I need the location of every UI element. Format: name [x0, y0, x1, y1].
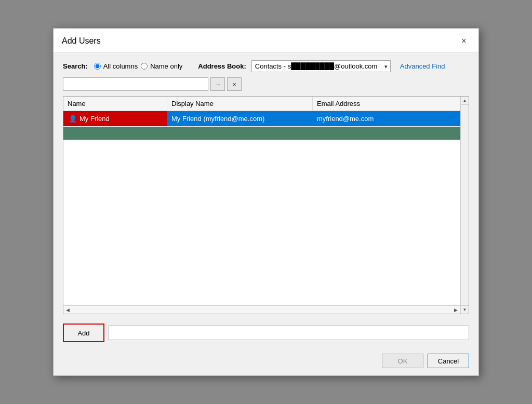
table-main: Name Display Name Email Address 👤 My Fri…	[63, 97, 460, 314]
row-display-cell: My Friend (myfriend@me.com)	[167, 112, 313, 125]
search-label: Search:	[63, 62, 88, 70]
col-header-display: Display Name	[167, 97, 313, 111]
advanced-find-link[interactable]: Advanced Find	[400, 62, 445, 70]
search-clear-icon: ×	[232, 80, 236, 88]
table-header: Name Display Name Email Address	[63, 97, 460, 111]
row-name-cell: 👤 My Friend	[63, 111, 167, 126]
search-row: Search: All columns Name only Address Bo…	[63, 60, 469, 72]
row-display-obscured	[167, 131, 313, 136]
add-button[interactable]: Add	[63, 324, 104, 342]
bottom-row: Add	[63, 319, 469, 344]
dialog-footer: OK Cancel	[54, 349, 478, 375]
dialog-title: Add Users	[62, 36, 101, 46]
row-email-cell: myfriend@me.com	[313, 112, 460, 125]
table-row-obscured[interactable]	[63, 127, 460, 140]
search-clear-button[interactable]: ×	[227, 77, 242, 91]
col-header-name: Name	[63, 97, 167, 111]
add-users-input[interactable]	[109, 326, 469, 340]
radio-name-only[interactable]: Name only	[141, 62, 182, 70]
search-input[interactable]	[63, 77, 208, 91]
col-header-email: Email Address	[313, 97, 460, 111]
radio-name-only-label: Name only	[150, 62, 182, 70]
table-body: 👤 My Friend My Friend (myfriend@me.com) …	[63, 111, 460, 305]
address-book-select-wrapper: Contacts - s█████████@outlook.com	[251, 60, 391, 72]
table-row[interactable]: 👤 My Friend My Friend (myfriend@me.com) …	[63, 111, 460, 127]
row-name-text: My Friend	[79, 115, 110, 123]
title-bar: Add Users ×	[54, 29, 478, 53]
scroll-up-button[interactable]: ▲	[461, 97, 469, 105]
dialog-body: Search: All columns Name only Address Bo…	[54, 53, 478, 349]
user-icon: 👤	[69, 115, 77, 123]
ok-button[interactable]: OK	[382, 354, 423, 368]
search-go-button[interactable]: →	[210, 77, 225, 91]
scroll-left-arrow[interactable]: ◀	[64, 306, 71, 314]
results-table-container: Name Display Name Email Address 👤 My Fri…	[63, 96, 469, 314]
horizontal-scrollbar[interactable]: ◀ ▶	[63, 305, 460, 314]
vertical-scrollbar: ▲ ▼	[460, 97, 469, 314]
search-go-icon: →	[215, 80, 221, 88]
radio-all-columns[interactable]: All columns	[94, 62, 138, 70]
add-users-dialog: Add Users × Search: All columns Name onl…	[53, 28, 479, 376]
close-button[interactable]: ×	[458, 35, 470, 47]
row-email-obscured	[313, 131, 460, 136]
cancel-button[interactable]: Cancel	[428, 354, 469, 368]
radio-all-columns-input[interactable]	[94, 63, 101, 70]
address-book-select[interactable]: Contacts - s█████████@outlook.com	[251, 60, 391, 72]
search-input-row: → ×	[63, 77, 469, 91]
scroll-right-arrow[interactable]: ▶	[453, 306, 459, 314]
address-book-group: Address Book: Contacts - s█████████@outl…	[198, 60, 445, 72]
radio-all-columns-label: All columns	[103, 62, 138, 70]
address-book-label: Address Book:	[198, 62, 246, 70]
row-name-obscured	[63, 131, 167, 136]
radio-name-only-input[interactable]	[141, 63, 148, 70]
scroll-down-button[interactable]: ▼	[461, 305, 469, 314]
